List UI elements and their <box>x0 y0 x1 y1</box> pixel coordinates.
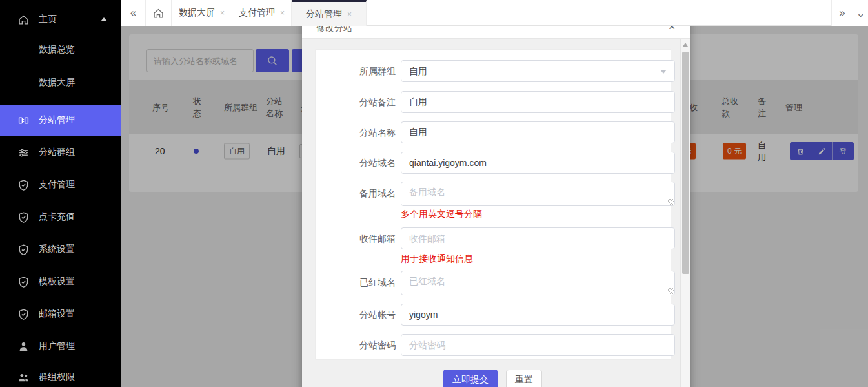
field-label-account: 分站帐号 <box>331 309 396 321</box>
scroll-up-icon[interactable] <box>683 43 688 47</box>
sidebar-item-payment-manage[interactable]: 支付管理 <box>0 171 121 199</box>
sidebar-item-label: 用户管理 <box>39 340 75 352</box>
field-label-flagged-domain: 已红域名 <box>331 277 396 289</box>
edit-substation-modal: 修改分站 ✕ 所属群组 自用 分站备注 分站名称 分站域名 <box>302 26 690 387</box>
sliders-icon <box>18 147 30 158</box>
close-icon[interactable]: ✕ <box>668 26 676 32</box>
close-tab-icon[interactable]: × <box>220 8 225 17</box>
modal-form-card: 所属群组 自用 分站备注 分站名称 分站域名 备用域名 多个用英文逗号分隔 <box>315 49 671 360</box>
double-chevron-left-icon: « <box>130 6 136 19</box>
shield-check-icon <box>18 179 30 191</box>
modal-header: 修改分站 ✕ <box>302 26 690 39</box>
sidebar-item-label: 邮箱设置 <box>39 308 75 320</box>
shield-check-icon <box>18 276 30 288</box>
tab-substation-manage[interactable]: 分站管理 × <box>292 0 367 26</box>
tab-label: 支付管理 <box>239 7 275 19</box>
shield-check-icon <box>18 308 30 320</box>
tab-payment-manage[interactable]: 支付管理 × <box>232 0 292 26</box>
field-label-domain: 分站域名 <box>331 158 396 169</box>
tab-label: 数据大屏 <box>179 7 215 19</box>
email-input[interactable] <box>401 227 675 249</box>
field-label-backup-domain: 备用域名 <box>331 188 396 200</box>
field-label-email: 收件邮箱 <box>331 233 396 245</box>
resize-handle-icon[interactable] <box>668 199 674 205</box>
backup-domain-hint: 多个用英文逗号分隔 <box>401 209 482 220</box>
reset-button[interactable]: 重置 <box>506 370 542 387</box>
domain-input[interactable] <box>401 152 675 174</box>
sidebar: 主页 数据总览 数据大屏 分站管理 分站群组 支付管理 <box>0 0 121 387</box>
field-label-password: 分站密码 <box>331 340 396 351</box>
sidebar-item-label: 模板设置 <box>39 276 75 288</box>
field-label-site-name: 分站名称 <box>331 127 396 139</box>
field-label-group: 所属群组 <box>331 66 396 78</box>
sidebar-item-group-permission[interactable]: 群组权限 <box>0 363 121 387</box>
sidebar-item-label: 支付管理 <box>39 179 75 191</box>
sidebar-item-label: 系统设置 <box>39 244 75 255</box>
sidebar-item-label: 分站群组 <box>39 147 75 158</box>
home-icon <box>18 14 30 25</box>
sidebar-item-label: 数据总览 <box>39 44 75 56</box>
modal-title: 修改分站 <box>316 26 352 34</box>
flagged-domain-textarea[interactable] <box>401 271 675 295</box>
collapse-sidebar-button[interactable]: « <box>121 0 146 26</box>
chevron-down-icon: ⌄ <box>856 6 865 20</box>
note-input[interactable] <box>401 91 675 113</box>
collapse-up-icon <box>101 17 107 21</box>
sidebar-item-label: 点卡充值 <box>39 211 75 223</box>
group-select[interactable]: 自用 <box>401 60 675 82</box>
resize-handle-icon[interactable] <box>668 288 674 294</box>
sidebar-item-mail-settings[interactable]: 邮箱设置 <box>0 300 121 328</box>
users-icon <box>18 371 30 383</box>
double-chevron-right-icon: » <box>839 6 845 19</box>
sidebar-item-home[interactable]: 主页 <box>0 5 121 34</box>
scrollbar-thumb[interactable] <box>682 52 689 274</box>
field-label-note: 分站备注 <box>331 97 396 109</box>
sidebar-item-system-settings[interactable]: 系统设置 <box>0 235 121 264</box>
chevron-down-icon <box>660 70 667 74</box>
home-icon <box>153 8 164 19</box>
tabs-scroll-right-button[interactable]: » <box>831 0 853 26</box>
sidebar-item-label: 群组权限 <box>39 371 75 383</box>
backup-domain-textarea[interactable] <box>401 182 675 206</box>
shield-check-icon <box>18 211 30 223</box>
sidebar-item-template-settings[interactable]: 模板设置 <box>0 267 121 296</box>
sidebar-item-label: 数据大屏 <box>39 77 75 89</box>
home-tab-button[interactable] <box>146 0 172 26</box>
tab-bar: « 数据大屏 × 支付管理 × 分站管理 × » ⌄ <box>121 0 868 26</box>
modules-icon <box>18 114 30 126</box>
account-input[interactable] <box>401 304 675 326</box>
password-input[interactable] <box>401 334 675 356</box>
sidebar-item-label: 分站管理 <box>39 114 75 126</box>
user-icon <box>18 340 30 352</box>
tab-label: 分站管理 <box>306 8 342 20</box>
sidebar-item-user-manage[interactable]: 用户管理 <box>0 332 121 361</box>
close-tab-icon[interactable]: × <box>347 10 352 19</box>
site-name-input[interactable] <box>401 121 675 143</box>
shield-check-icon <box>18 244 30 255</box>
sidebar-item-substation-manage[interactable]: 分站管理 <box>0 105 121 136</box>
sidebar-item-substation-group[interactable]: 分站群组 <box>0 138 121 167</box>
sidebar-item-data-screen[interactable]: 数据大屏 <box>0 68 121 97</box>
sidebar-item-label: 主页 <box>39 14 57 25</box>
app-window: 主页 数据总览 数据大屏 分站管理 分站群组 支付管理 <box>0 0 868 387</box>
tab-data-screen[interactable]: 数据大屏 × <box>172 0 232 26</box>
reset-button-label: 重置 <box>515 374 533 384</box>
submit-button-label: 立即提交 <box>452 374 489 384</box>
submit-button[interactable]: 立即提交 <box>443 370 498 387</box>
sidebar-item-card-recharge[interactable]: 点卡充值 <box>0 203 121 231</box>
close-tab-icon[interactable]: × <box>280 8 285 17</box>
email-hint: 用于接收通知信息 <box>401 253 473 265</box>
tabs-dropdown-button[interactable]: ⌄ <box>853 0 868 26</box>
content-area: 添加 序号 状态 所属群组 分站名称 分 收 总收款 备注 管理 20 自用 自… <box>121 26 868 387</box>
group-select-value: 自用 <box>409 66 427 76</box>
sidebar-item-data-overview[interactable]: 数据总览 <box>0 36 121 64</box>
modal-scrollbar[interactable] <box>680 39 690 387</box>
